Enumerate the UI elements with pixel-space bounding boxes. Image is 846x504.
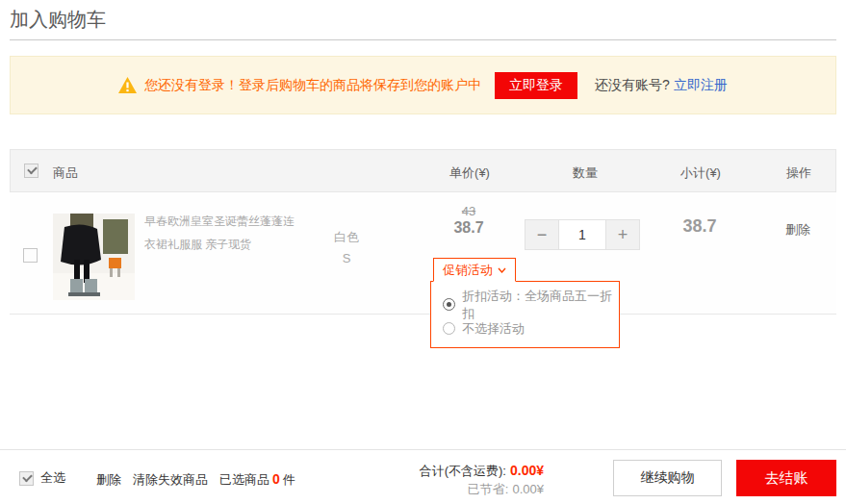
promotion-option-label: 不选择活动 (462, 320, 525, 338)
checkout-button[interactable]: 去结账 (736, 460, 836, 496)
product-image[interactable] (53, 214, 135, 300)
column-action: 操作 (760, 164, 837, 182)
current-price: 38.7 (421, 219, 517, 237)
page-title: 加入购物车 (10, 7, 106, 33)
promotion-option-label: 折扣活动：全场商品五一折扣 (462, 288, 619, 322)
product-spec: 白色 S (316, 227, 377, 269)
selected-count-prefix: 已选商品 (219, 472, 269, 487)
product-color: 白色 (316, 227, 377, 248)
cart-item-row: 早春欧洲皇室圣诞蕾丝蓬蓬连衣裙礼服服 亲子现货 白色 S 43 38.7 − +… (10, 192, 836, 315)
totals-block: 合计(不含运费):0.00¥ 已节省:0.00¥ (390, 462, 544, 498)
promotion-option-discount[interactable]: 折扣活动：全场商品五一折扣 (443, 292, 619, 316)
footer-delete-link[interactable]: 删除 (96, 471, 121, 489)
login-warning-banner: 您还没有登录！登录后购物车的商品将保存到您的账户中 立即登录 还没有账号? 立即… (10, 56, 836, 114)
item-delete-link[interactable]: 删除 (759, 221, 836, 239)
radio-unselected-icon (443, 322, 455, 335)
warning-icon (118, 77, 137, 93)
selected-count-value: 0 (269, 471, 283, 487)
clear-invalid-link[interactable]: 清除失效商品 (133, 471, 208, 489)
total-label: 合计(不含运费): (420, 464, 506, 478)
selected-count-text: 已选商品0件 (219, 471, 295, 489)
selected-count-suffix: 件 (283, 472, 295, 487)
saved-line: 已节省:0.00¥ (390, 480, 544, 498)
header-select-all-checkbox[interactable] (24, 164, 38, 178)
login-now-button[interactable]: 立即登录 (495, 72, 577, 99)
total-value: 0.00¥ (510, 463, 544, 478)
cart-page: 加入购物车 您还没有登录！登录后购物车的商品将保存到您的账户中 立即登录 还没有… (0, 0, 846, 504)
chevron-down-icon (498, 267, 506, 273)
promotion-dropdown-button[interactable]: 促销活动 (433, 258, 516, 282)
continue-shopping-button[interactable]: 继续购物 (613, 460, 722, 496)
select-all-control[interactable]: 全选 (19, 469, 65, 487)
product-name-link[interactable]: 早春欧洲皇室圣诞蕾丝蓬蓬连衣裙礼服服 亲子现货 (144, 210, 304, 256)
product-size: S (316, 248, 377, 269)
cart-table-header: 商品 单价(¥) 数量 小计(¥) 操作 (10, 149, 836, 192)
saved-value: 0.00¥ (512, 482, 544, 496)
total-line: 合计(不含运费):0.00¥ (390, 462, 544, 480)
select-all-label: 全选 (40, 469, 65, 487)
title-divider (10, 39, 836, 40)
increase-quantity-button[interactable]: + (605, 219, 640, 250)
quantity-stepper: − + (525, 219, 640, 250)
promotion-options-panel: 折扣活动：全场商品五一折扣 不选择活动 (430, 281, 620, 348)
decrease-quantity-button[interactable]: − (525, 219, 559, 250)
column-product: 商品 (53, 164, 78, 182)
cart-footer-bar: 全选 删除 清除失效商品 已选商品0件 合计(不含运费):0.00¥ 已节省:0… (0, 449, 846, 504)
login-warning-text: 您还没有登录！登录后购物车的商品将保存到您的账户中 (144, 77, 481, 94)
select-all-checkbox[interactable] (19, 471, 34, 486)
column-subtotal: 小计(¥) (653, 164, 749, 182)
saved-label: 已节省: (468, 482, 509, 496)
item-select-checkbox[interactable] (23, 248, 38, 263)
quantity-input[interactable] (559, 219, 605, 250)
original-price: 43 (421, 204, 517, 218)
promotion-dropdown-label: 促销活动 (443, 262, 493, 279)
no-account-text: 还没有账号? (595, 77, 670, 94)
unit-price-cell: 43 38.7 (421, 204, 517, 237)
radio-selected-icon (443, 298, 455, 311)
item-subtotal: 38.7 (652, 216, 748, 237)
register-now-link[interactable]: 立即注册 (674, 77, 728, 94)
column-quantity: 数量 (537, 164, 633, 182)
column-unit-price: 单价(¥) (422, 164, 518, 182)
